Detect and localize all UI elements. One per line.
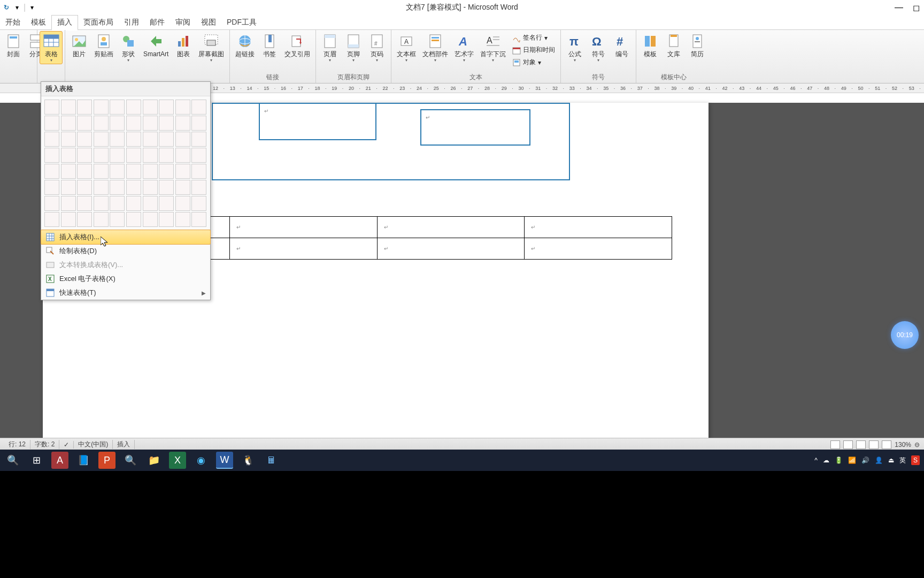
- tray-battery-icon[interactable]: 🔋: [835, 457, 843, 464]
- grid-cell[interactable]: [77, 132, 92, 147]
- grid-cell[interactable]: [143, 132, 158, 147]
- tab-references[interactable]: 引用: [119, 16, 144, 29]
- grid-cell[interactable]: [110, 180, 125, 195]
- template-button[interactable]: 模板: [638, 31, 662, 59]
- tab-pdf[interactable]: PDF工具: [221, 16, 262, 29]
- grid-cell[interactable]: [126, 180, 141, 195]
- grid-cell[interactable]: [191, 212, 206, 227]
- zoom-level[interactable]: 130%: [895, 441, 911, 448]
- smartart-button[interactable]: SmartArt: [140, 31, 172, 59]
- refresh-icon[interactable]: ↻: [2, 3, 11, 12]
- tab-layout[interactable]: 页面布局: [78, 16, 119, 29]
- maximize-button[interactable]: ◻: [913, 3, 920, 13]
- equation-button[interactable]: π公式▾: [563, 31, 587, 64]
- chart-button[interactable]: 图表: [172, 31, 195, 59]
- grid-cell[interactable]: [143, 148, 158, 163]
- grid-cell[interactable]: [77, 116, 92, 131]
- menu-draw-table[interactable]: 绘制表格(D): [41, 244, 210, 258]
- grid-cell[interactable]: [126, 100, 141, 115]
- tray-onedrive-icon[interactable]: ☁: [823, 457, 829, 464]
- status-mode[interactable]: 插入: [113, 440, 135, 449]
- number-button[interactable]: #编号: [610, 31, 634, 59]
- tray-chevron-icon[interactable]: ^: [814, 457, 818, 464]
- view-reading[interactable]: [843, 440, 853, 449]
- zoom-out-button[interactable]: ⊖: [914, 441, 920, 448]
- grid-cell[interactable]: [175, 180, 190, 195]
- grid-cell[interactable]: [110, 116, 125, 131]
- grid-cell[interactable]: [175, 212, 190, 227]
- grid-cell[interactable]: [61, 116, 76, 131]
- resume-button[interactable]: 简历: [686, 31, 709, 59]
- hyperlink-button[interactable]: 超链接: [232, 31, 258, 59]
- grid-cell[interactable]: [159, 196, 174, 211]
- menu-insert-table[interactable]: 插入表格(I)...: [41, 230, 211, 245]
- task-view-icon[interactable]: ⊞: [28, 452, 45, 469]
- grid-cell[interactable]: [94, 100, 109, 115]
- tab-insert[interactable]: 插入: [51, 15, 78, 31]
- qat-more-icon[interactable]: ▾: [28, 3, 36, 12]
- table-size-grid[interactable]: [41, 96, 210, 230]
- tab-view[interactable]: 视图: [196, 16, 221, 29]
- tray-wifi-icon[interactable]: 📶: [848, 457, 856, 464]
- file-explorer-icon[interactable]: 📁: [145, 452, 163, 469]
- grid-cell[interactable]: [44, 196, 59, 211]
- grid-cell[interactable]: [94, 164, 109, 179]
- dropcap-button[interactable]: A首字下沉▾: [477, 31, 509, 64]
- minimize-button[interactable]: —: [895, 3, 903, 13]
- grid-cell[interactable]: [110, 100, 125, 115]
- qq-icon[interactable]: 🐧: [240, 452, 257, 469]
- page-number-button[interactable]: #页码▾: [365, 31, 389, 64]
- grid-cell[interactable]: [61, 148, 76, 163]
- calculator-icon[interactable]: 🖩: [263, 452, 280, 469]
- picture-button[interactable]: 图片: [67, 31, 91, 59]
- grid-cell[interactable]: [159, 164, 174, 179]
- grid-cell[interactable]: [44, 164, 59, 179]
- grid-cell[interactable]: [159, 212, 174, 227]
- excel-icon[interactable]: X: [169, 452, 186, 469]
- screenshot-button[interactable]: 屏幕截图▾: [195, 31, 227, 64]
- grid-cell[interactable]: [175, 100, 190, 115]
- grid-cell[interactable]: [126, 196, 141, 211]
- shapes-button[interactable]: 形状▾: [117, 31, 140, 64]
- grid-cell[interactable]: [175, 116, 190, 131]
- grid-cell[interactable]: [126, 148, 141, 163]
- grid-cell[interactable]: [143, 212, 158, 227]
- view-draft[interactable]: [882, 440, 891, 449]
- table-button[interactable]: 表格 ▾: [40, 31, 63, 64]
- grid-cell[interactable]: [61, 100, 76, 115]
- view-web[interactable]: [856, 440, 866, 449]
- doclib-button[interactable]: 文库: [662, 31, 686, 59]
- grid-cell[interactable]: [175, 164, 190, 179]
- grid-cell[interactable]: [126, 212, 141, 227]
- grid-cell[interactable]: [159, 116, 174, 131]
- cross-reference-button[interactable]: 交叉引用: [281, 31, 313, 59]
- cover-page-button[interactable]: 封面: [2, 31, 25, 59]
- wordart-button[interactable]: A艺术字▾: [451, 31, 477, 64]
- grid-cell[interactable]: [159, 148, 174, 163]
- grid-cell[interactable]: [77, 212, 92, 227]
- grid-cell[interactable]: [191, 164, 206, 179]
- grid-cell[interactable]: [159, 132, 174, 147]
- grid-cell[interactable]: [126, 116, 141, 131]
- grid-cell[interactable]: [159, 180, 174, 195]
- grid-cell[interactable]: [61, 132, 76, 147]
- grid-cell[interactable]: [94, 116, 109, 131]
- grid-cell[interactable]: [191, 180, 206, 195]
- grid-cell[interactable]: [77, 164, 92, 179]
- grid-cell[interactable]: [143, 196, 158, 211]
- magnifier-icon[interactable]: 🔍: [122, 452, 139, 469]
- search-icon[interactable]: 🔍: [4, 452, 21, 469]
- tray-usb-icon[interactable]: ⏏: [888, 457, 894, 464]
- grid-cell[interactable]: [94, 180, 109, 195]
- menu-quick-tables[interactable]: 快速表格(T) ▶: [41, 286, 210, 300]
- grid-cell[interactable]: [110, 132, 125, 147]
- grid-cell[interactable]: [44, 132, 59, 147]
- grid-cell[interactable]: [191, 132, 206, 147]
- view-print-layout[interactable]: [830, 440, 840, 449]
- grid-cell[interactable]: [77, 180, 92, 195]
- sogou-icon[interactable]: S: [911, 455, 920, 465]
- grid-cell[interactable]: [143, 180, 158, 195]
- tab-mail[interactable]: 邮件: [144, 16, 170, 29]
- footer-button[interactable]: 页脚▾: [342, 31, 365, 64]
- grid-cell[interactable]: [44, 148, 59, 163]
